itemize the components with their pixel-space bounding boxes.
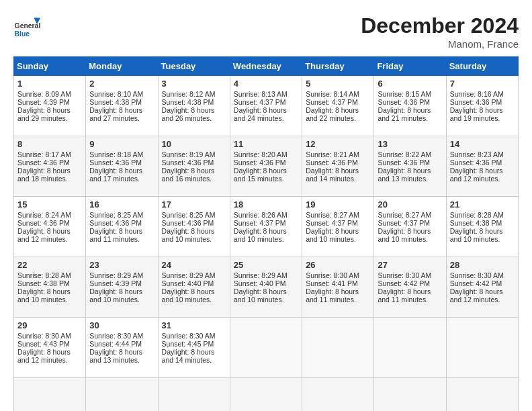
sunrise-label: Sunrise: 8:30 AM bbox=[17, 332, 71, 340]
day-number: 25 bbox=[234, 260, 298, 270]
sunrise-label: Sunrise: 8:19 AM bbox=[162, 150, 216, 158]
sunset-label: Sunset: 4:36 PM bbox=[450, 98, 502, 106]
daylight-label: Daylight: 8 hours and 10 minutes. bbox=[162, 287, 215, 304]
daylight-label: Daylight: 8 hours and 16 minutes. bbox=[162, 167, 215, 183]
day-cell-13: 13 Sunrise: 8:22 AM Sunset: 4:36 PM Dayl… bbox=[374, 136, 446, 197]
daylight-label: Daylight: 8 hours and 21 minutes. bbox=[378, 106, 431, 122]
daylight-label: Daylight: 8 hours and 10 minutes. bbox=[306, 227, 359, 243]
daylight-label: Daylight: 8 hours and 10 minutes. bbox=[450, 227, 503, 243]
day-number: 16 bbox=[89, 199, 154, 210]
sunrise-label: Sunrise: 8:30 AM bbox=[162, 332, 216, 340]
daylight-label: Daylight: 8 hours and 19 minutes. bbox=[450, 106, 503, 122]
daylight-label: Daylight: 8 hours and 10 minutes. bbox=[17, 287, 71, 304]
day-cell-9: 9 Sunrise: 8:18 AM Sunset: 4:36 PM Dayli… bbox=[86, 136, 158, 197]
day-number: 30 bbox=[89, 320, 154, 330]
svg-text:Blue: Blue bbox=[15, 30, 30, 38]
day-number: 14 bbox=[450, 139, 515, 149]
sunrise-label: Sunrise: 8:30 AM bbox=[450, 271, 504, 279]
daylight-label: Daylight: 8 hours and 12 minutes. bbox=[17, 227, 71, 243]
day-number: 3 bbox=[162, 79, 226, 89]
day-number: 1 bbox=[17, 79, 82, 89]
empty-cell bbox=[446, 378, 518, 412]
col-wednesday: Wednesday bbox=[230, 57, 302, 76]
sunrise-label: Sunrise: 8:12 AM bbox=[162, 90, 216, 98]
day-cell-4: 4 Sunrise: 8:13 AM Sunset: 4:37 PM Dayli… bbox=[230, 76, 302, 136]
daylight-label: Daylight: 8 hours and 10 minutes. bbox=[89, 287, 142, 304]
sunrise-label: Sunrise: 8:28 AM bbox=[450, 211, 504, 219]
empty-cell bbox=[302, 318, 374, 378]
daylight-label: Daylight: 8 hours and 15 minutes. bbox=[234, 167, 287, 183]
col-sunday: Sunday bbox=[14, 57, 86, 76]
day-number: 2 bbox=[89, 79, 154, 89]
title-area: December 2024 Manom, France bbox=[361, 13, 519, 50]
day-cell-15: 15 Sunrise: 8:24 AM Sunset: 4:36 PM Dayl… bbox=[14, 197, 86, 257]
day-cell-21: 21 Sunrise: 8:28 AM Sunset: 4:38 PM Dayl… bbox=[446, 197, 518, 257]
day-cell-3: 3 Sunrise: 8:12 AM Sunset: 4:38 PM Dayli… bbox=[158, 76, 230, 136]
day-number: 13 bbox=[378, 139, 442, 149]
day-cell-17: 17 Sunrise: 8:25 AM Sunset: 4:36 PM Dayl… bbox=[158, 197, 230, 257]
calendar-row-2: 8 Sunrise: 8:17 AM Sunset: 4:36 PM Dayli… bbox=[14, 136, 519, 197]
day-number: 4 bbox=[234, 79, 298, 89]
sunrise-label: Sunrise: 8:09 AM bbox=[17, 90, 71, 98]
day-cell-19: 19 Sunrise: 8:27 AM Sunset: 4:37 PM Dayl… bbox=[302, 197, 374, 257]
sunrise-label: Sunrise: 8:29 AM bbox=[89, 271, 143, 279]
day-number: 7 bbox=[450, 79, 515, 89]
day-number: 10 bbox=[162, 139, 226, 149]
col-thursday: Thursday bbox=[302, 57, 374, 76]
logo: General Blue bbox=[13, 13, 43, 40]
day-cell-23: 23 Sunrise: 8:29 AM Sunset: 4:39 PM Dayl… bbox=[86, 257, 158, 318]
sunset-label: Sunset: 4:36 PM bbox=[162, 158, 214, 167]
sunset-label: Sunset: 4:36 PM bbox=[89, 158, 142, 167]
sunrise-label: Sunrise: 8:10 AM bbox=[89, 90, 143, 98]
sunrise-label: Sunrise: 8:15 AM bbox=[378, 90, 431, 98]
sunrise-label: Sunrise: 8:29 AM bbox=[162, 271, 216, 279]
daylight-label: Daylight: 8 hours and 11 minutes. bbox=[306, 287, 359, 304]
sunset-label: Sunset: 4:45 PM bbox=[162, 340, 214, 348]
empty-cell bbox=[230, 318, 302, 378]
sunset-label: Sunset: 4:43 PM bbox=[17, 340, 70, 348]
daylight-label: Daylight: 8 hours and 14 minutes. bbox=[162, 348, 215, 364]
day-cell-28: 28 Sunrise: 8:30 AM Sunset: 4:42 PM Dayl… bbox=[446, 257, 518, 318]
day-cell-20: 20 Sunrise: 8:27 AM Sunset: 4:37 PM Dayl… bbox=[374, 197, 446, 257]
sunrise-label: Sunrise: 8:29 AM bbox=[234, 271, 287, 279]
sunrise-label: Sunrise: 8:28 AM bbox=[17, 271, 71, 279]
daylight-label: Daylight: 8 hours and 24 minutes. bbox=[234, 106, 287, 122]
daylight-label: Daylight: 8 hours and 10 minutes. bbox=[162, 227, 215, 243]
empty-cell bbox=[446, 318, 518, 378]
day-cell-31: 31 Sunrise: 8:30 AM Sunset: 4:45 PM Dayl… bbox=[158, 318, 230, 378]
day-number: 19 bbox=[306, 199, 370, 210]
sunrise-label: Sunrise: 8:13 AM bbox=[234, 90, 287, 98]
calendar-table: Sunday Monday Tuesday Wednesday Thursday… bbox=[13, 56, 519, 411]
day-cell-12: 12 Sunrise: 8:21 AM Sunset: 4:36 PM Dayl… bbox=[302, 136, 374, 197]
daylight-label: Daylight: 8 hours and 18 minutes. bbox=[17, 167, 71, 183]
sunset-label: Sunset: 4:42 PM bbox=[450, 279, 502, 287]
sunset-label: Sunset: 4:42 PM bbox=[378, 279, 430, 287]
sunset-label: Sunset: 4:36 PM bbox=[17, 158, 70, 167]
daylight-label: Daylight: 8 hours and 17 minutes. bbox=[89, 167, 142, 183]
daylight-label: Daylight: 8 hours and 11 minutes. bbox=[378, 287, 431, 304]
day-number: 17 bbox=[162, 199, 226, 210]
calendar-row-4: 22 Sunrise: 8:28 AM Sunset: 4:38 PM Dayl… bbox=[14, 257, 519, 318]
sunset-label: Sunset: 4:39 PM bbox=[89, 279, 142, 287]
day-number: 21 bbox=[450, 199, 515, 210]
daylight-label: Daylight: 8 hours and 22 minutes. bbox=[306, 106, 359, 122]
day-cell-14: 14 Sunrise: 8:23 AM Sunset: 4:36 PM Dayl… bbox=[446, 136, 518, 197]
location: Manom, France bbox=[361, 38, 519, 50]
svg-text:General: General bbox=[15, 22, 40, 30]
sunrise-label: Sunrise: 8:27 AM bbox=[378, 211, 431, 219]
sunset-label: Sunset: 4:37 PM bbox=[378, 219, 430, 227]
calendar-header-row: Sunday Monday Tuesday Wednesday Thursday… bbox=[14, 57, 519, 76]
calendar-row-3: 15 Sunrise: 8:24 AM Sunset: 4:36 PM Dayl… bbox=[14, 197, 519, 257]
day-number: 22 bbox=[17, 260, 82, 270]
day-number: 28 bbox=[450, 260, 515, 270]
day-cell-8: 8 Sunrise: 8:17 AM Sunset: 4:36 PM Dayli… bbox=[14, 136, 86, 197]
day-number: 29 bbox=[17, 320, 82, 330]
sunrise-label: Sunrise: 8:27 AM bbox=[306, 211, 359, 219]
sunset-label: Sunset: 4:36 PM bbox=[378, 158, 430, 167]
sunrise-label: Sunrise: 8:21 AM bbox=[306, 150, 359, 158]
sunset-label: Sunset: 4:38 PM bbox=[450, 219, 502, 227]
sunset-label: Sunset: 4:37 PM bbox=[234, 98, 286, 106]
day-number: 31 bbox=[162, 320, 226, 330]
col-monday: Monday bbox=[86, 57, 158, 76]
day-cell-5: 5 Sunrise: 8:14 AM Sunset: 4:37 PM Dayli… bbox=[302, 76, 374, 136]
